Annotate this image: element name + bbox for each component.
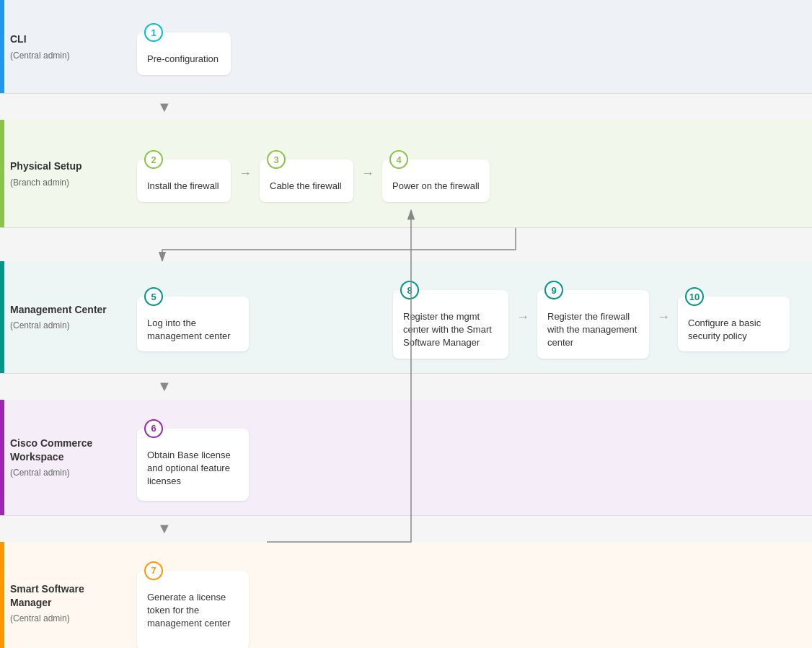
- cli-content: 1 Pre-configuration: [123, 0, 812, 93]
- row-ssm: Smart Software Manager (Central admin) 7…: [0, 542, 812, 648]
- bar-cisco: [0, 400, 4, 515]
- step-10-text: Configure a basic security policy: [688, 317, 780, 343]
- arrow-mgmt-to-cisco: ▼: [0, 374, 812, 400]
- step-8-box: 8 Register the mgmt center with the Smar…: [393, 290, 508, 359]
- ssm-content: 7 Generate a license token for the manag…: [123, 542, 812, 648]
- arrow-cisco-to-ssm: ▼: [0, 516, 812, 542]
- step-10-box: 10 Configure a basic security policy: [678, 297, 790, 351]
- step-7-wrapper: 7 Generate a license token for the manag…: [137, 571, 249, 648]
- step-7-box: 7 Generate a license token for the manag…: [137, 571, 249, 648]
- step-6-text: Obtain Base license and optional feature…: [147, 449, 239, 489]
- physical-content: 2 Install the firewall → 3 Cable the fir…: [123, 120, 812, 227]
- step-2-text: Install the firewall: [147, 180, 221, 193]
- row-label-cli: CLI (Central admin): [0, 0, 123, 93]
- step-3-text: Cable the firewall: [270, 180, 343, 193]
- row-cli: CLI (Central admin) 1 Pre-configuration: [0, 0, 812, 94]
- row-physical: Physical Setup (Branch admin) 2 Install …: [0, 120, 812, 228]
- step-9-number: 9: [544, 281, 563, 299]
- step-9-text: Register the firewall with the managemen…: [547, 310, 639, 350]
- cisco-sublabel: (Central admin): [10, 468, 115, 478]
- step-3-box: 3 Cable the firewall: [260, 159, 353, 201]
- row-cisco: Cisco Commerce Workspace (Central admin)…: [0, 400, 812, 516]
- arrow-2-to-3: →: [231, 166, 260, 181]
- cli-sublabel: (Central admin): [10, 51, 115, 61]
- row-label-ssm: Smart Software Manager (Central admin): [0, 542, 123, 648]
- cisco-content: 6 Obtain Base license and optional featu…: [123, 400, 812, 515]
- mgmt-title: Management Center: [10, 303, 115, 316]
- step-1-wrapper: 1 Pre-configuration: [137, 32, 231, 74]
- row-mgmt: Management Center (Central admin) 5 Log …: [0, 261, 812, 374]
- step-4-text: Power on the firewall: [392, 180, 480, 193]
- row-label-cisco: Cisco Commerce Workspace (Central admin): [0, 400, 123, 515]
- step-10-number: 10: [685, 287, 704, 306]
- arrow-3-to-4: →: [353, 166, 382, 181]
- step-4-box: 4 Power on the firewall: [382, 159, 490, 201]
- cli-title: CLI: [10, 32, 115, 45]
- row-label-mgmt: Management Center (Central admin): [0, 261, 123, 373]
- down-arrow-1: ▼: [157, 99, 172, 115]
- step-8-number: 8: [400, 281, 419, 299]
- physical-title: Physical Setup: [10, 159, 115, 172]
- step-6-box: 6 Obtain Base license and optional featu…: [137, 429, 249, 501]
- mgmt-sublabel: (Central admin): [10, 320, 115, 330]
- down-arrow-3: ▼: [157, 520, 172, 537]
- bar-physical: [0, 120, 4, 227]
- step-8-text: Register the mgmt center with the Smart …: [403, 310, 498, 350]
- arrow-physical-to-mgmt: [0, 228, 812, 261]
- step-2-box: 2 Install the firewall: [137, 159, 231, 201]
- mgmt-content: 5 Log into the management center 8 Regis…: [123, 261, 812, 373]
- diagram: CLI (Central admin) 1 Pre-configuration …: [0, 0, 812, 648]
- step-9-box: 9 Register the firewall with the managem…: [537, 290, 649, 359]
- arrow-8-to-9: →: [508, 310, 537, 325]
- step-10-wrapper: 10 Configure a basic security policy: [678, 297, 790, 351]
- step-6-wrapper: 6 Obtain Base license and optional featu…: [137, 429, 249, 501]
- arrow-9-to-10: →: [649, 310, 678, 325]
- step-1-text: Pre-configuration: [147, 53, 221, 66]
- down-arrow-2: ▼: [157, 378, 172, 395]
- row-label-physical: Physical Setup (Branch admin): [0, 120, 123, 227]
- step-2-number: 2: [144, 150, 163, 169]
- step-3-wrapper: 3 Cable the firewall: [260, 159, 353, 201]
- step-4-wrapper: 4 Power on the firewall: [382, 159, 490, 201]
- step-1-number: 1: [144, 23, 163, 42]
- step-9-wrapper: 9 Register the firewall with the managem…: [537, 290, 649, 359]
- connector-svg-1: [123, 228, 627, 261]
- cisco-title: Cisco Commerce Workspace: [10, 437, 115, 463]
- ssm-sublabel: (Central admin): [10, 613, 115, 623]
- step-6-number: 6: [144, 419, 163, 438]
- step-8-wrapper: 8 Register the mgmt center with the Smar…: [393, 290, 508, 359]
- step-2-wrapper: 2 Install the firewall: [137, 159, 231, 201]
- step-1-box: 1 Pre-configuration: [137, 32, 231, 74]
- step-5-box: 5 Log into the management center: [137, 297, 249, 351]
- physical-sublabel: (Branch admin): [10, 178, 115, 188]
- step-7-text: Generate a license token for the managem…: [147, 591, 239, 631]
- ssm-title: Smart Software Manager: [10, 582, 115, 608]
- step-5-text: Log into the management center: [147, 317, 239, 343]
- bar-ssm: [0, 542, 4, 648]
- step-4-number: 4: [389, 150, 408, 169]
- bar-cli: [0, 0, 4, 93]
- step-7-number: 7: [144, 561, 163, 580]
- bar-mgmt: [0, 261, 4, 373]
- arrow-cli-to-physical: ▼: [0, 94, 812, 120]
- step-5-number: 5: [144, 287, 163, 306]
- step-5-wrapper: 5 Log into the management center: [137, 297, 249, 351]
- step-3-number: 3: [267, 150, 286, 169]
